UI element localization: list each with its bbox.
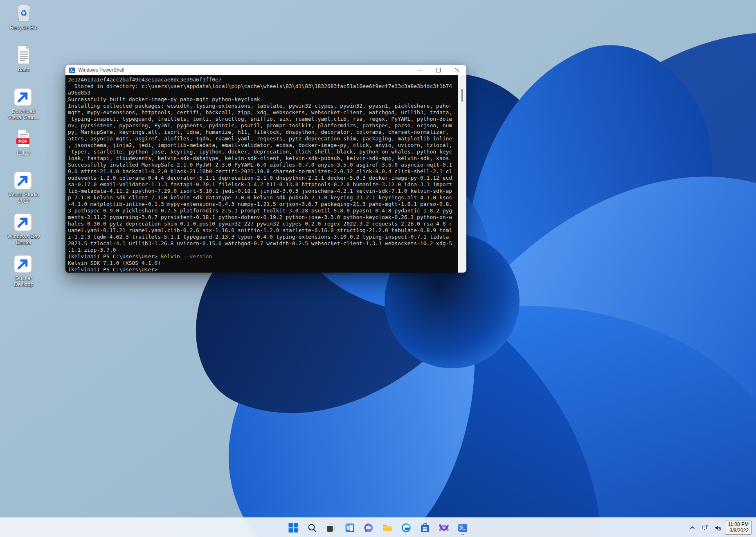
maximize-button[interactable] xyxy=(429,65,448,75)
terminal-line: , jsonschema, jinja2, jedi, importlib-me… xyxy=(68,142,456,149)
desktop-icon-download-visual-stud[interactable]: DownloadVisual Stud... xyxy=(3,87,44,125)
terminal-line: i-1.2.3 tqdm-4.62.3 traitlets-5.1.1 type… xyxy=(68,234,456,240)
taskbar-store-icon[interactable] xyxy=(417,519,433,536)
terminal-line: 2e124613a1ef4acc2baf49e43e1aacae8dc3e39a… xyxy=(68,77,456,83)
terminal-line: 3 pathspec-0.9.0 pickleshare-0.7.5 platf… xyxy=(68,208,456,214)
taskbar-widgets-icon[interactable] xyxy=(342,519,358,536)
desktop-icon-label: DockerDesktop xyxy=(14,275,34,287)
terminal-line: 0.0 attrs-21.4.0 backcall-0.2.0 black-21… xyxy=(68,168,456,175)
text-document-icon xyxy=(14,45,34,65)
desktop-icon-label: Windows DevCenter xyxy=(7,233,40,246)
desktop-icon-eula[interactable]: PDFEULA xyxy=(3,129,44,167)
terminal-line: .1.1 zipp-3.7.0 xyxy=(68,247,456,253)
close-button[interactable] xyxy=(448,65,466,75)
terminal-line: uamel.yaml-0.17.21 ruamel.yaml.clib-0.2.… xyxy=(68,227,456,234)
terminal-line: attrs, asyncio-mqtt, asgiref, aiofiles, … xyxy=(68,135,456,142)
terminal-line: (kelvinai) PS C:\Users\User> xyxy=(68,266,456,273)
window-titlebar[interactable]: Windows PowerShell xyxy=(65,65,466,75)
terminal-line: Kelvin SDK 7.1.0 (KSOS 4.1.0) xyxy=(68,260,456,266)
svg-text:PDF: PDF xyxy=(18,139,27,144)
terminal-line: 2021.5 tzlocal-4.1 urllib3-1.26.8 uvicor… xyxy=(68,240,456,247)
terminal-line: nv, pyrsistent, pyparsing, PyJWT, pygmen… xyxy=(68,122,456,129)
terminal-line: a9bd853 xyxy=(68,90,456,96)
terminal-line: loak, fastapi, cloudevents, kelvin-sdk-d… xyxy=(68,155,456,162)
scrollbar-thumb[interactable] xyxy=(461,89,463,102)
edge-icon xyxy=(14,87,34,106)
desktop-icon-visual-studio-2022[interactable]: Visual Studio2022 xyxy=(3,170,44,209)
window-controls xyxy=(410,65,466,75)
terminal-line: py, MarkupSafe, keyrings.alt, isort, idn… xyxy=(68,129,456,135)
volume-muted-icon[interactable] xyxy=(712,519,723,536)
taskbar-powershell-icon[interactable] xyxy=(455,519,471,536)
docker-icon xyxy=(14,254,34,273)
taskbar-search-icon[interactable] xyxy=(304,519,320,536)
terminal-line: -4.1.0 matplotlib-inline-0.1.3 mypy-exte… xyxy=(68,201,456,208)
terminal-line: Successfully installed MarkupSafe-2.1.0 … xyxy=(68,162,456,168)
tray-chevron-up-icon[interactable] xyxy=(687,519,698,536)
taskbar-task-view-icon[interactable] xyxy=(323,519,339,536)
taskbar-file-explorer-icon[interactable] xyxy=(380,519,396,536)
clock-time: 11:08 PM xyxy=(728,521,749,528)
desktop: ♻Recycle Bin bash DownloadVisual Stud...… xyxy=(0,0,756,537)
clock-date: 3/8/2022 xyxy=(729,528,749,534)
minimize-button[interactable] xyxy=(410,65,429,75)
terminal-line: ments-2.11.2 pyparsing-3.0.7 pyrsistent-… xyxy=(68,214,456,221)
desktop-icon-windows-dev-center[interactable]: Windows DevCenter xyxy=(3,212,44,250)
recycle-bin-icon: ♻ xyxy=(14,3,34,23)
desktop-icon-label: Recycle Bin xyxy=(10,25,38,31)
window-title: Windows PowerShell xyxy=(78,67,410,73)
terminal-line: (kelvinai) PS C:\Users\User> kelvin --ve… xyxy=(68,253,456,260)
terminal-line: sa-0.17.0 email-validator-1.1.3 fastapi-… xyxy=(68,181,456,188)
pdf-document-icon: PDF xyxy=(14,129,34,148)
terminal-scrollbar[interactable] xyxy=(458,75,466,273)
system-tray: 11:08 PM 3/8/2022 xyxy=(687,518,752,537)
edge-icon xyxy=(14,212,34,232)
terminal-line: Successfully built docker-image-py paho-… xyxy=(68,96,456,103)
terminal-output[interactable]: 2e124613a1ef4acc2baf49e43e1aacae8dc3e39a… xyxy=(65,75,466,273)
desktop-icon-bash[interactable]: bash xyxy=(3,45,44,83)
desktop-icon-label: DownloadVisual Stud... xyxy=(8,108,39,120)
terminal-line: Installing collected packages: wcwidth, … xyxy=(68,103,456,109)
terminal-line: Stored in directory: c:\users\user\appda… xyxy=(68,83,456,90)
desktop-icon-recycle-bin[interactable]: ♻Recycle Bin xyxy=(3,3,44,42)
terminal-line: lib-metadata-4.11.2 ipython-7.29.0 isort… xyxy=(68,188,456,194)
running-indicator xyxy=(461,534,464,535)
taskbar-visual-studio-icon[interactable] xyxy=(436,519,452,536)
terminal-line: typer, starlette, python-jose, keyring, … xyxy=(68,149,456,155)
desktop-icon-docker-desktop[interactable]: DockerDesktop xyxy=(3,254,44,292)
visual-studio-icon xyxy=(14,170,34,190)
taskbar: 11:08 PM 3/8/2022 xyxy=(0,517,756,537)
taskbar-clock[interactable]: 11:08 PM 3/8/2022 xyxy=(725,521,752,535)
desktop-icons: ♻Recycle Bin bash DownloadVisual Stud...… xyxy=(3,3,44,292)
terminal-line: hales-0.30.0 pytz-deprecation-shim-0.1.0… xyxy=(68,221,456,227)
terminal-line: mqtt, mypy-extensions, httptools, certif… xyxy=(68,109,456,116)
terminal-line: typing-inspect, typeguard, traitlets, to… xyxy=(68,116,456,122)
powershell-window: Windows PowerShell 2e124613a1ef4acc2baf4… xyxy=(65,65,466,273)
taskbar-chat-icon[interactable] xyxy=(361,519,377,536)
desktop-icon-label: EULA xyxy=(17,150,31,156)
svg-text:♻: ♻ xyxy=(20,8,27,18)
taskbar-icons xyxy=(286,518,471,537)
taskbar-edge-icon[interactable] xyxy=(398,519,414,536)
taskbar-start-icon[interactable] xyxy=(286,519,302,536)
desktop-icon-label: bash xyxy=(18,66,29,72)
network-icon[interactable] xyxy=(700,519,711,536)
desktop-icon-label: Visual Studio2022 xyxy=(8,192,39,204)
powershell-icon xyxy=(69,67,75,73)
terminal-lines: 2e124613a1ef4acc2baf49e43e1aacae8dc3e39a… xyxy=(68,77,456,273)
terminal-line: p-7.1.0 kelvin-sdk-client-7.1.0 kelvin-s… xyxy=(68,194,456,201)
terminal-line: oudevents-1.2.0 colorama-0.4.4 decorator… xyxy=(68,175,456,181)
